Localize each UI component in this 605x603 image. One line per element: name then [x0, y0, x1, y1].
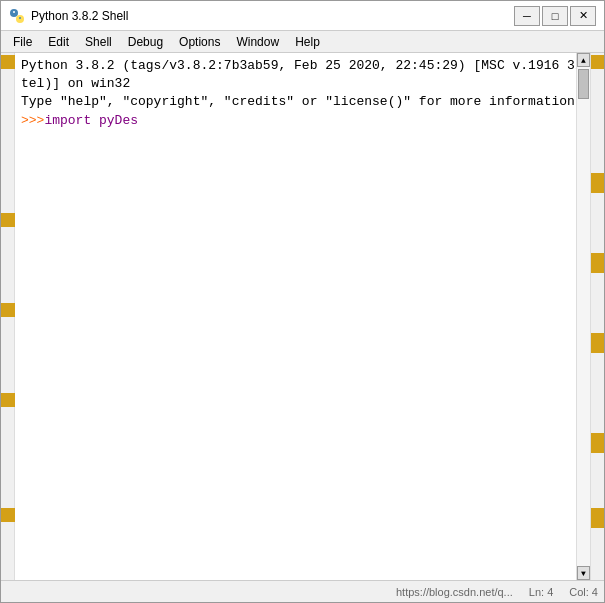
output-line-3: Type "help", "copyright", "credits" or "…	[21, 93, 570, 111]
scrollbar-down-btn[interactable]: ▼	[577, 566, 590, 580]
menu-help[interactable]: Help	[287, 33, 328, 51]
menu-shell[interactable]: Shell	[77, 33, 120, 51]
gutter-mark-3	[1, 303, 15, 317]
right-gutter-mark-4	[591, 333, 604, 353]
menu-edit[interactable]: Edit	[40, 33, 77, 51]
scrollbar-up-btn[interactable]: ▲	[577, 53, 590, 67]
gutter-mark-2	[1, 213, 15, 227]
right-gutter	[590, 53, 604, 580]
title-bar: Python 3.8.2 Shell ─ □ ✕	[1, 1, 604, 31]
gutter-mark-4	[1, 393, 15, 407]
status-col: Col: 4	[569, 586, 598, 598]
scrollbar-track[interactable]	[577, 67, 590, 566]
menu-options[interactable]: Options	[171, 33, 228, 51]
output-line-1: Python 3.8.2 (tags/v3.8.2:7b3ab59, Feb 2…	[21, 57, 570, 75]
output-line-2: tel)] on win32	[21, 75, 570, 93]
menu-debug[interactable]: Debug	[120, 33, 171, 51]
window-title: Python 3.8.2 Shell	[31, 9, 514, 23]
prompt-line: >>> import pyDes	[21, 112, 570, 130]
right-scrollbar[interactable]: ▲ ▼	[576, 53, 590, 580]
window-controls: ─ □ ✕	[514, 6, 596, 26]
python-icon	[9, 8, 25, 24]
right-gutter-mark-5	[591, 433, 604, 453]
gutter-mark-5	[1, 508, 15, 522]
main-window: Python 3.8.2 Shell ─ □ ✕ File Edit Shell…	[0, 0, 605, 603]
menu-window[interactable]: Window	[228, 33, 287, 51]
shell-output[interactable]: Python 3.8.2 (tags/v3.8.2:7b3ab59, Feb 2…	[15, 53, 576, 580]
menu-file[interactable]: File	[5, 33, 40, 51]
status-ln: Ln: 4	[529, 586, 553, 598]
right-gutter-mark-3	[591, 253, 604, 273]
right-gutter-mark-2	[591, 173, 604, 193]
svg-point-2	[13, 11, 15, 13]
menu-bar: File Edit Shell Debug Options Window Hel…	[1, 31, 604, 53]
close-button[interactable]: ✕	[570, 6, 596, 26]
status-url: https://blog.csdn.net/q...	[396, 586, 513, 598]
shell-command[interactable]: import pyDes	[44, 112, 138, 130]
svg-point-3	[19, 17, 21, 19]
scrollbar-thumb[interactable]	[578, 69, 589, 99]
minimize-button[interactable]: ─	[514, 6, 540, 26]
shell-area: Python 3.8.2 (tags/v3.8.2:7b3ab59, Feb 2…	[1, 53, 604, 580]
maximize-button[interactable]: □	[542, 6, 568, 26]
status-bar: https://blog.csdn.net/q... Ln: 4 Col: 4	[1, 580, 604, 602]
right-gutter-mark-6	[591, 508, 604, 528]
gutter-mark-1	[1, 55, 15, 69]
left-gutter	[1, 53, 15, 580]
right-gutter-mark-1	[591, 55, 604, 69]
prompt: >>>	[21, 112, 44, 130]
